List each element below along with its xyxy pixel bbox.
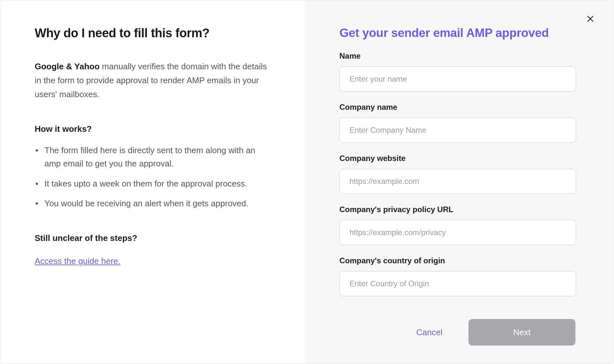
- company-name-input[interactable]: [339, 118, 576, 143]
- guide-link[interactable]: Access the guide here.: [35, 256, 121, 266]
- cancel-button[interactable]: Cancel: [403, 321, 455, 344]
- privacy-url-label: Company's privacy policy URL: [339, 205, 581, 214]
- info-panel: Why do I need to fill this form? Google …: [0, 0, 305, 364]
- company-website-input[interactable]: [339, 169, 576, 194]
- company-name-field-group: Company name: [339, 103, 581, 143]
- form-title: Get your sender email AMP approved: [339, 26, 581, 40]
- country-label: Company's country of origin: [339, 256, 581, 265]
- list-item: You would be receiving an alert when it …: [35, 197, 273, 210]
- still-unclear-heading: Still unclear of the steps?: [35, 233, 273, 243]
- privacy-url-field-group: Company's privacy policy URL: [339, 205, 581, 245]
- next-button[interactable]: Next: [468, 319, 575, 346]
- company-website-label: Company website: [339, 154, 581, 163]
- company-name-label: Company name: [339, 103, 581, 112]
- description-strong: Google & Yahoo: [35, 62, 100, 71]
- amp-approval-modal: Why do I need to fill this form? Google …: [0, 0, 614, 364]
- form-actions: Cancel Next: [339, 319, 581, 346]
- company-website-field-group: Company website: [339, 154, 581, 194]
- how-it-works-heading: How it works?: [35, 124, 273, 134]
- info-description: Google & Yahoo manually verifies the dom…: [35, 60, 273, 101]
- name-label: Name: [339, 51, 581, 61]
- info-title: Why do I need to fill this form?: [35, 26, 273, 40]
- form-panel: Get your sender email AMP approved Name …: [305, 0, 614, 364]
- how-it-works-list: The form filled here is directly sent to…: [35, 144, 273, 210]
- name-input[interactable]: [339, 66, 576, 92]
- privacy-url-input[interactable]: [339, 220, 576, 245]
- close-icon: [586, 15, 595, 24]
- close-button[interactable]: [584, 13, 597, 26]
- name-field-group: Name: [339, 51, 581, 92]
- list-item: The form filled here is directly sent to…: [35, 144, 273, 171]
- list-item: It takes upto a week on them for the app…: [35, 177, 273, 191]
- country-input[interactable]: [339, 271, 576, 296]
- country-field-group: Company's country of origin: [339, 256, 581, 296]
